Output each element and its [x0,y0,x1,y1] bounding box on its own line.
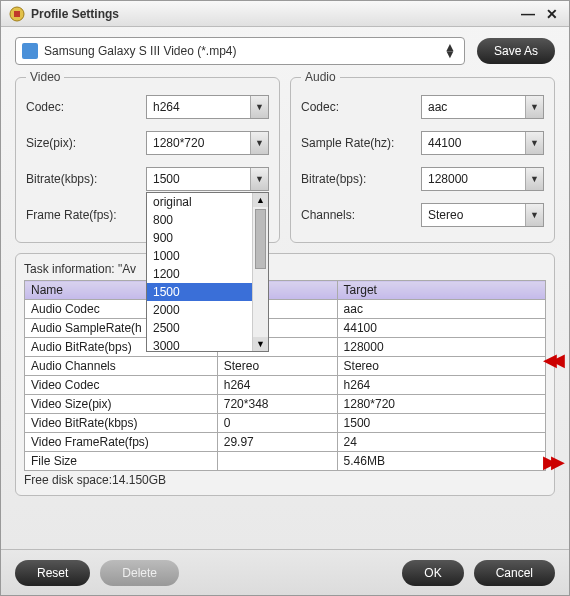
cell-target: 1280*720 [337,395,545,414]
scrollbar-thumb[interactable] [255,209,266,269]
cell-target: Stereo [337,357,545,376]
chevron-down-icon: ▼ [525,132,543,154]
chevron-down-icon: ▼ [525,168,543,190]
cell-target: h264 [337,376,545,395]
audio-bitrate-select[interactable]: 128000 ▼ [421,167,544,191]
mp4-icon [22,43,38,59]
chevron-down-icon: ▼ [250,96,268,118]
audio-samplerate-label: Sample Rate(hz): [301,136,421,150]
audio-samplerate-select[interactable]: 44100 ▼ [421,131,544,155]
dropdown-scrollbar[interactable]: ▲ ▼ [252,193,268,351]
video-bitrate-select[interactable]: 1500 ▼ original8009001000120015002000250… [146,167,269,191]
audio-bitrate-value: 128000 [428,172,525,186]
table-row: File Size5.46MB [25,452,546,471]
cell-target: 1500 [337,414,545,433]
close-button[interactable]: ✕ [543,6,561,22]
video-framerate-label: Frame Rate(fps): [26,208,146,222]
bitrate-option[interactable]: 800 [147,211,268,229]
cell-target: 128000 [337,338,545,357]
scroll-up-icon[interactable]: ▲ [253,193,268,207]
profile-select-value: Samsung Galaxy S III Video (*.mp4) [44,44,442,58]
video-size-value: 1280*720 [153,136,250,150]
audio-channels-value: Stereo [428,208,525,222]
footer: Reset Delete OK Cancel [1,549,569,595]
collapse-left-icon[interactable]: ◀◀ [543,349,567,371]
video-size-select[interactable]: 1280*720 ▼ [146,131,269,155]
cell-source: Stereo [217,357,337,376]
scroll-down-icon[interactable]: ▼ [253,337,268,351]
col-target: Target [337,281,545,300]
chevron-down-icon: ▼ [525,96,543,118]
task-info-title: Task information: "Av [24,262,546,276]
bitrate-option[interactable]: 900 [147,229,268,247]
video-codec-value: h264 [153,100,250,114]
audio-codec-select[interactable]: aac ▼ [421,95,544,119]
chevron-down-icon: ▼ [250,132,268,154]
content-area: Samsung Galaxy S III Video (*.mp4) ▲▼ Sa… [1,27,569,549]
cell-source: 29.97 [217,433,337,452]
table-header-row: Name Target [25,281,546,300]
window-title: Profile Settings [31,7,513,21]
video-codec-select[interactable]: h264 ▼ [146,95,269,119]
table-row: Video Size(pix)720*3481280*720 [25,395,546,414]
bitrate-option[interactable]: 1200 [147,265,268,283]
cell-target: 24 [337,433,545,452]
cell-source [217,452,337,471]
spinner-arrows-icon[interactable]: ▲▼ [442,44,458,58]
video-bitrate-value: 1500 [153,172,250,186]
bitrate-option[interactable]: original [147,193,268,211]
cell-name: File Size [25,452,218,471]
bitrate-option[interactable]: 3000 [147,337,268,352]
bitrate-option[interactable]: 2500 [147,319,268,337]
audio-channels-label: Channels: [301,208,421,222]
audio-channels-select[interactable]: Stereo ▼ [421,203,544,227]
reset-button[interactable]: Reset [15,560,90,586]
cell-source: 0 [217,414,337,433]
table-row: Video FrameRate(fps)29.9724 [25,433,546,452]
cell-name: Audio Channels [25,357,218,376]
audio-codec-label: Codec: [301,100,421,114]
minimize-button[interactable]: — [519,6,537,22]
free-disk-space: Free disk space:14.150GB [24,473,546,487]
delete-button: Delete [100,560,179,586]
audio-codec-value: aac [428,100,525,114]
video-size-label: Size(pix): [26,136,146,150]
titlebar: Profile Settings — ✕ [1,1,569,27]
cell-name: Video BitRate(kbps) [25,414,218,433]
cell-target: 44100 [337,319,545,338]
table-row: Audio Codecaac [25,300,546,319]
audio-panel: Audio Codec: aac ▼ Sample Rate(hz): 4410… [290,77,555,243]
cell-source: 720*348 [217,395,337,414]
chevron-down-icon: ▼ [250,168,268,190]
ok-button[interactable]: OK [402,560,463,586]
table-row: Audio BitRate(bps)128000 [25,338,546,357]
app-icon [9,6,25,22]
cancel-button[interactable]: Cancel [474,560,555,586]
audio-panel-title: Audio [301,70,340,84]
bitrate-option[interactable]: 2000 [147,301,268,319]
video-bitrate-dropdown[interactable]: original80090010001200150020002500300035… [146,192,269,352]
chevron-down-icon: ▼ [525,204,543,226]
profile-settings-window: Profile Settings — ✕ Samsung Galaxy S II… [0,0,570,596]
cell-name: Video FrameRate(fps) [25,433,218,452]
task-info-panel: Task information: "Av Name Target Audio … [15,253,555,496]
table-row: Video BitRate(kbps)01500 [25,414,546,433]
cell-name: Video Size(pix) [25,395,218,414]
save-as-button[interactable]: Save As [477,38,555,64]
cell-target: 5.46MB [337,452,545,471]
expand-right-icon[interactable]: ▶▶ [543,451,567,473]
cell-name: Video Codec [25,376,218,395]
cell-source: h264 [217,376,337,395]
bitrate-option[interactable]: 1500 [147,283,268,301]
profile-select[interactable]: Samsung Galaxy S III Video (*.mp4) ▲▼ [15,37,465,65]
audio-samplerate-value: 44100 [428,136,525,150]
table-row: Audio SampleRate(h44100 [25,319,546,338]
video-codec-label: Codec: [26,100,146,114]
video-bitrate-label: Bitrate(kbps): [26,172,146,186]
video-panel-title: Video [26,70,64,84]
cell-target: aac [337,300,545,319]
svg-rect-1 [14,11,20,17]
table-row: Audio ChannelsStereoStereo [25,357,546,376]
bitrate-option[interactable]: 1000 [147,247,268,265]
task-info-table: Name Target Audio CodecaacAudio SampleRa… [24,280,546,471]
